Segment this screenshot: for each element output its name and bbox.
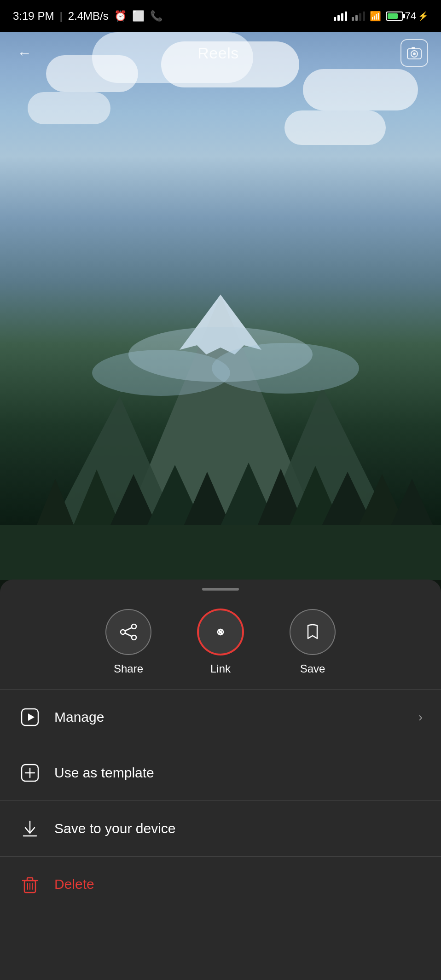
cloud-decoration [284,110,386,145]
square-icon: ⬜ [132,10,145,22]
status-bar: 3:19 PM | 2.4MB/s ⏰ ⬜ 📞 📶 74 ⚡ [0,0,441,32]
template-icon [18,763,41,783]
battery-fill [388,13,398,19]
link-circle [197,609,244,655]
action-buttons-row: Share Link Save [0,591,441,689]
battery-container: 74 ⚡ [386,10,428,22]
wifi-icon: 📶 [370,11,381,22]
back-button[interactable]: ← [13,41,36,64]
save-device-left: Save to your device [18,818,175,839]
save-circle [290,609,336,655]
mountain-illustration [0,212,441,626]
use-template-left: Use as template [18,763,154,783]
save-device-menu-item[interactable]: Save to your device [0,801,441,856]
signal-bars-secondary [352,12,365,21]
manage-left: Manage [18,707,104,727]
link-label: Link [210,662,231,675]
download-icon [18,818,41,839]
page-title: Reels [197,44,238,62]
delete-menu-item[interactable]: Delete [0,857,441,912]
svg-line-29 [125,633,132,637]
svg-rect-24 [412,47,415,49]
svg-marker-31 [28,713,35,721]
svg-marker-16 [391,479,433,525]
svg-point-23 [413,52,416,55]
svg-point-25 [132,624,136,629]
status-left: 3:19 PM | 2.4MB/s ⏰ ⬜ 📞 [13,10,162,23]
camera-button[interactable] [400,39,428,67]
link-action-button[interactable]: Link [197,609,244,675]
bottom-sheet: Share Link Save [0,580,441,980]
delete-text: Delete [54,876,94,892]
battery-pct: 74 [405,10,416,22]
share-label: Share [114,662,143,675]
save-label: Save [300,662,325,675]
save-device-text: Save to your device [54,821,175,836]
background-scene [0,0,441,626]
save-action-button[interactable]: Save [290,609,336,675]
manage-icon [18,707,41,727]
nav-bar: ← Reels [0,32,441,74]
clock-icon: ⏰ [114,10,127,22]
bolt-icon: ⚡ [418,11,428,21]
manage-text: Manage [54,709,104,725]
phone-icon: 📞 [150,10,162,22]
svg-point-26 [132,635,136,640]
share-circle [105,609,151,655]
status-right: 📶 74 ⚡ [334,10,428,22]
trash-icon [18,874,41,894]
time-display: 3:19 PM [13,10,54,23]
cloud-decoration [28,92,110,124]
battery-icon [386,12,403,21]
delete-left: Delete [18,874,94,894]
svg-point-18 [92,350,230,396]
use-template-text: Use as template [54,765,154,781]
svg-point-27 [121,630,125,634]
cloud-decoration [303,69,418,110]
svg-point-19 [212,343,359,394]
manage-menu-item[interactable]: Manage › [0,690,441,745]
svg-line-28 [125,628,132,631]
speed-display: 2.4MB/s [68,10,109,23]
signal-bars-primary [334,12,347,21]
share-action-button[interactable]: Share [105,609,151,675]
manage-chevron-icon: › [418,710,423,725]
use-template-menu-item[interactable]: Use as template [0,745,441,800]
